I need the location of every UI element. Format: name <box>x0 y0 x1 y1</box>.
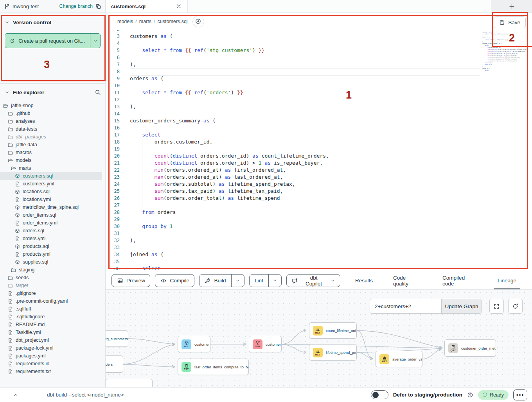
code-line-28[interactable]: 28 from orders <box>106 209 532 216</box>
file-tree-item-requirements.in[interactable]: requirements.in <box>0 360 102 368</box>
file-tree-item-products.sql[interactable]: products.sql <box>0 242 102 250</box>
create-pull-request-main[interactable]: Create a pull request on Git... <box>5 34 90 48</box>
create-pull-request-button[interactable]: Create a pull request on Git... <box>5 33 101 48</box>
code-line-16[interactable]: 16 <box>106 124 532 131</box>
file-tree-item-jaffle-data[interactable]: jaffle-data <box>0 141 102 149</box>
minimap[interactable]: customers as ( select * from {{ ref('stg… <box>482 31 514 72</box>
file-tree-item-supplies.sql[interactable]: supplies.sql <box>0 258 102 266</box>
code-line-17[interactable]: 17 select <box>106 131 532 138</box>
lineage-node-customers[interactable]: SEM customers <box>249 336 282 352</box>
code-line-19[interactable]: 19 <box>106 145 532 153</box>
lineage-node-customers[interactable]: MDL customers <box>178 336 210 352</box>
code-line-24[interactable]: 24 sum(orders.subtotal) as lifetime_spen… <box>106 181 532 188</box>
file-explorer-header[interactable]: File explorer <box>0 84 105 99</box>
code-line-20[interactable]: 20 count(distinct orders.order_id) as co… <box>106 153 532 160</box>
code-line-30[interactable]: 30 group by 1 <box>106 223 532 230</box>
file-tree-item-.github[interactable]: .github <box>0 109 102 117</box>
new-tab-icon[interactable] <box>509 3 515 10</box>
code-line-22[interactable]: 22 min(orders.ordered_at) as first_order… <box>106 167 532 174</box>
file-tree-item-target[interactable]: target <box>0 282 102 289</box>
change-branch-link[interactable]: Change branch <box>59 4 93 9</box>
code-line-36[interactable]: 36 select <box>106 265 532 272</box>
file-tree-item-.gitignore[interactable]: .gitignore <box>0 289 102 297</box>
code-line-31[interactable]: 31 <box>106 230 532 237</box>
lineage-node-orders[interactable]: MDL orders <box>106 355 123 373</box>
lineage-search-input[interactable]: 2+customers+2 <box>370 299 441 313</box>
file-tree-item-products.yml[interactable]: products.yml <box>0 250 102 258</box>
code-line-34[interactable]: 34 joined as ( <box>106 251 532 258</box>
file-tree-item-staging[interactable]: staging <box>0 266 102 274</box>
version-control-header[interactable]: Version control <box>0 13 105 32</box>
code-lines[interactable]: 2 3 customers as ( 4 5 select * from {{ … <box>106 30 532 272</box>
close-tab-icon[interactable] <box>176 3 182 9</box>
code-line-15[interactable]: 15 customer_orders_summary as ( <box>106 117 532 124</box>
file-tree-item-Taskfile.yml[interactable]: Taskfile.yml <box>0 328 102 336</box>
file-tree-item-package-lock.yml[interactable]: package-lock.yml <box>0 344 102 352</box>
lineage-node-partial[interactable] <box>106 379 153 387</box>
code-line-11[interactable]: 11 select * from {{ ref('orders') }} <box>106 89 532 96</box>
code-line-9[interactable]: 9 orders as ( <box>106 75 532 82</box>
tab-code-quality[interactable]: Code quality <box>383 272 432 289</box>
pull-request-dropdown[interactable] <box>90 34 100 48</box>
code-line-27[interactable]: 27 <box>106 202 532 209</box>
file-tree-item-analyses[interactable]: analyses <box>0 117 102 125</box>
lint-button[interactable]: Lint <box>249 274 282 287</box>
build-button[interactable]: Build <box>199 274 244 287</box>
code-line-7[interactable]: 7 ), <box>106 61 532 68</box>
file-tree-item-.sqlfluffignore[interactable]: .sqlfluffignore <box>0 313 102 321</box>
update-graph-button[interactable]: Update Graph <box>441 299 482 313</box>
code-line-29[interactable]: 29 <box>106 216 532 223</box>
copy-icon[interactable] <box>95 4 101 9</box>
file-tree-item-dbt_project.yml[interactable]: dbt_project.yml <box>0 336 102 344</box>
defer-toggle[interactable] <box>371 390 388 399</box>
code-line-32[interactable]: 32 ), <box>106 237 532 244</box>
more-options-button[interactable]: ••• <box>513 389 527 400</box>
file-tree-item-orders.sql[interactable]: orders.sql <box>0 227 102 235</box>
file-tree-item-packages.yml[interactable]: packages.yml <box>0 352 102 360</box>
file-tree-item-customers.sql[interactable]: customers.sql <box>0 172 102 180</box>
file-tree-item-order_items.sql[interactable]: order_items.sql <box>0 211 102 219</box>
file-tree-item-locations.yml[interactable]: locations.yml <box>0 196 102 203</box>
Lint-dropdown[interactable] <box>268 275 282 287</box>
file-tree-item-marts[interactable]: marts <box>0 164 102 172</box>
fullscreen-button[interactable] <box>489 299 504 314</box>
tab-lineage[interactable]: Lineage <box>487 272 527 289</box>
expand-command-bar-button[interactable] <box>0 388 31 402</box>
code-line-8[interactable]: 8 <box>106 68 532 75</box>
lineage-node-stg_customers[interactable]: MDL stg_customers <box>106 330 128 347</box>
code-line-6[interactable]: 6 <box>106 54 532 61</box>
file-tree-item-README.md[interactable]: README.md <box>0 321 102 328</box>
tab-results[interactable]: Results <box>345 272 383 289</box>
lineage-node-lifetime_spend_pretax[interactable]: MET lifetime_spend_pretax <box>309 344 357 361</box>
code-line-13[interactable]: 13 ), <box>106 103 532 110</box>
code-line-21[interactable]: 21 count(distinct orders.order_id) > 1 a… <box>106 160 532 167</box>
file-tree-item-macros[interactable]: macros <box>0 149 102 156</box>
file-tree-item-jaffle-shop[interactable]: jaffle-shop <box>0 102 102 109</box>
breadcrumb-segment[interactable]: customers.sql <box>158 19 188 24</box>
lineage-node-customer_order_metrics[interactable]: QRY customer_order_metrics <box>444 339 496 357</box>
file-tree-item-seeds[interactable]: seeds <box>0 274 102 282</box>
Build-dropdown[interactable] <box>231 275 244 287</box>
file-tree-item-.sqlfluff[interactable]: .sqlfluff <box>0 305 102 313</box>
code-line-2[interactable]: 2 <box>106 30 532 33</box>
file-tree-item-requirements.txt[interactable]: requirements.txt <box>0 368 102 375</box>
file-tree-item-metricflow_time_spine.sql[interactable]: metricflow_time_spine.sql <box>0 203 102 211</box>
compile-button[interactable]: Compile <box>155 274 194 287</box>
preview-button[interactable]: Preview <box>111 274 150 287</box>
file-tree-item-data-tests[interactable]: data-tests <box>0 125 102 133</box>
file-tree-item-orders.yml[interactable]: orders.yml <box>0 235 102 242</box>
code-line-12[interactable]: 12 <box>106 96 532 103</box>
code-area[interactable]: 2 3 customers as ( 4 5 select * from {{ … <box>106 30 532 272</box>
lineage-node-average_order_value[interactable]: MET average_order_value <box>376 351 422 367</box>
code-line-35[interactable]: 35 <box>106 258 532 265</box>
code-line-3[interactable]: 3 customers as ( <box>106 33 532 40</box>
file-tree-item-models[interactable]: models <box>0 156 102 164</box>
dbt-copilot-button[interactable]: dbt Copilot <box>286 274 340 287</box>
file-tree-item-locations.sql[interactable]: locations.sql <box>0 188 102 196</box>
breadcrumb-segment[interactable]: models <box>117 19 133 24</box>
code-line-10[interactable]: 10 <box>106 82 532 89</box>
refresh-button[interactable] <box>508 299 523 314</box>
lineage-node-test_order_items_compute_to_bools...[interactable]: TST test_order_items_compute_to_bools... <box>178 359 249 375</box>
search-icon[interactable] <box>95 89 101 95</box>
code-line-33[interactable]: 33 <box>106 244 532 251</box>
